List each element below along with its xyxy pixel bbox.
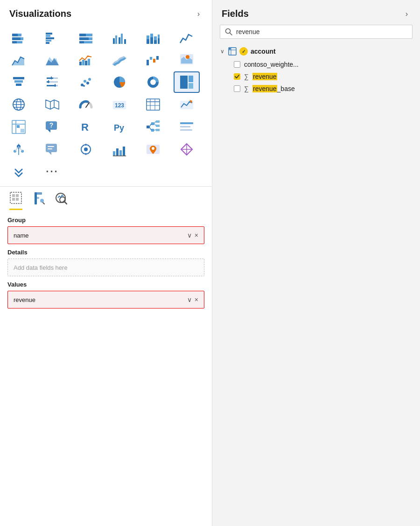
kpi-icon[interactable] xyxy=(174,94,200,115)
svg-rect-46 xyxy=(47,77,53,79)
pie-icon[interactable] xyxy=(106,71,133,93)
account-checkmark-badge xyxy=(239,47,248,56)
mountain-area-icon[interactable] xyxy=(39,49,65,70)
tab-analytics[interactable] xyxy=(54,191,67,210)
expand-icon[interactable]: ∨ xyxy=(219,48,225,55)
svg-rect-7 xyxy=(46,35,50,37)
svg-rect-37 xyxy=(147,60,149,65)
colored-map-icon[interactable] xyxy=(174,49,200,70)
values-field-zone[interactable]: revenue ∨ × xyxy=(7,291,204,309)
group-field-zone[interactable]: name ∨ × xyxy=(7,226,204,244)
smart-narrative-icon[interactable] xyxy=(174,116,200,138)
clustered-bar-icon[interactable] xyxy=(39,27,65,48)
key-influencers-icon[interactable] xyxy=(6,139,32,160)
paginated-bar-icon[interactable] xyxy=(106,139,133,160)
matrix-icon[interactable] xyxy=(6,116,32,138)
svg-rect-61 xyxy=(189,76,193,82)
ribbon-icon[interactable] xyxy=(106,49,133,70)
field-row-revenue-base[interactable]: ∑ revenue_base xyxy=(217,83,415,95)
funnel-icon[interactable] xyxy=(6,71,32,93)
svg-rect-20 xyxy=(121,34,123,44)
line-stacked-icon[interactable] xyxy=(73,49,99,70)
svg-line-101 xyxy=(154,130,156,130)
speech-bubble-icon[interactable] xyxy=(39,139,65,160)
gauge-icon[interactable] xyxy=(73,94,99,115)
svg-rect-40 xyxy=(156,56,159,60)
revenue-checkbox[interactable] xyxy=(234,73,240,80)
values-field-chevron[interactable]: ∨ xyxy=(187,296,192,303)
svg-text:R: R xyxy=(81,121,89,133)
line-chart-icon[interactable] xyxy=(174,27,200,48)
svg-line-99 xyxy=(154,121,156,124)
svg-rect-19 xyxy=(119,37,120,44)
scatter-icon[interactable] xyxy=(73,71,99,93)
revenue-base-checkbox[interactable] xyxy=(234,85,240,92)
table-row-account[interactable]: ∨ account xyxy=(217,44,415,58)
group-field-remove[interactable]: × xyxy=(195,231,198,239)
svg-rect-10 xyxy=(46,42,49,44)
stacked-column-icon[interactable] xyxy=(140,27,166,48)
donut-icon[interactable] xyxy=(140,71,166,93)
slicer-icon[interactable] xyxy=(39,71,65,93)
svg-text:?: ? xyxy=(49,121,54,129)
svg-line-137 xyxy=(43,203,44,204)
custom-diamond-icon[interactable] xyxy=(174,139,200,160)
treemap-selected-icon[interactable] xyxy=(174,71,200,93)
svg-rect-146 xyxy=(229,48,231,49)
stacked-bar-icon[interactable] xyxy=(6,27,32,48)
tab-format[interactable] xyxy=(32,191,45,210)
dot-circle-icon[interactable] xyxy=(73,139,99,160)
svg-rect-111 xyxy=(46,144,57,152)
area-chart-icon[interactable] xyxy=(6,49,32,70)
globe-icon[interactable] xyxy=(6,94,32,115)
fields-collapse-button[interactable]: › xyxy=(403,9,411,19)
decomp-tree-icon[interactable] xyxy=(140,116,166,138)
vis-collapse-button[interactable]: › xyxy=(195,9,203,19)
svg-text:Py: Py xyxy=(114,123,124,133)
field-row-contoso[interactable]: contoso_weighte... xyxy=(217,58,415,70)
svg-rect-95 xyxy=(156,125,160,127)
svg-point-59 xyxy=(150,79,156,85)
contoso-checkbox[interactable] xyxy=(234,61,240,68)
svg-rect-44 xyxy=(14,80,23,83)
svg-rect-5 xyxy=(17,41,22,43)
svg-rect-4 xyxy=(12,41,17,43)
stacked-bar-100-icon[interactable] xyxy=(73,27,99,48)
svg-rect-132 xyxy=(16,198,19,201)
tab-fields[interactable] xyxy=(9,191,22,210)
svg-rect-36 xyxy=(88,59,90,65)
svg-point-125 xyxy=(152,147,154,150)
svg-rect-29 xyxy=(158,35,160,38)
values-field-remove[interactable]: × xyxy=(195,296,198,303)
more-visuals-icon[interactable]: ··· xyxy=(39,161,65,182)
card-number-icon[interactable]: 123 xyxy=(106,94,133,115)
clustered-column-icon[interactable] xyxy=(106,27,133,48)
svg-rect-15 xyxy=(79,41,84,43)
svg-rect-93 xyxy=(151,129,154,132)
svg-rect-49 xyxy=(49,81,58,83)
double-chevron-icon[interactable] xyxy=(6,161,32,182)
svg-rect-16 xyxy=(84,41,92,43)
field-row-revenue[interactable]: ∑ revenue xyxy=(217,70,415,83)
qa-visual-icon[interactable]: ? xyxy=(39,116,65,138)
svg-line-110 xyxy=(19,147,22,151)
vis-sub-tabs xyxy=(0,187,212,210)
svg-line-71 xyxy=(86,103,89,107)
azure-map-pin-icon[interactable] xyxy=(140,139,166,160)
details-field-hint: Add data fields here xyxy=(14,264,68,271)
waterfall-icon[interactable] xyxy=(140,49,166,70)
svg-rect-8 xyxy=(46,37,54,39)
svg-rect-2 xyxy=(12,37,21,40)
python-visual-icon[interactable]: Py xyxy=(106,116,133,138)
r-visual-icon[interactable]: R xyxy=(73,116,99,138)
details-field-zone[interactable]: Add data fields here xyxy=(7,259,204,276)
svg-marker-112 xyxy=(49,152,51,155)
table-visual-icon[interactable] xyxy=(140,94,166,115)
fields-search-input[interactable] xyxy=(236,28,407,35)
fields-tree: ∨ account contoso_weighte... xyxy=(212,44,420,526)
svg-rect-119 xyxy=(113,151,115,156)
svg-rect-34 xyxy=(82,60,84,65)
svg-rect-38 xyxy=(150,57,152,60)
map-icon[interactable] xyxy=(39,94,65,115)
group-field-chevron[interactable]: ∨ xyxy=(187,231,192,239)
